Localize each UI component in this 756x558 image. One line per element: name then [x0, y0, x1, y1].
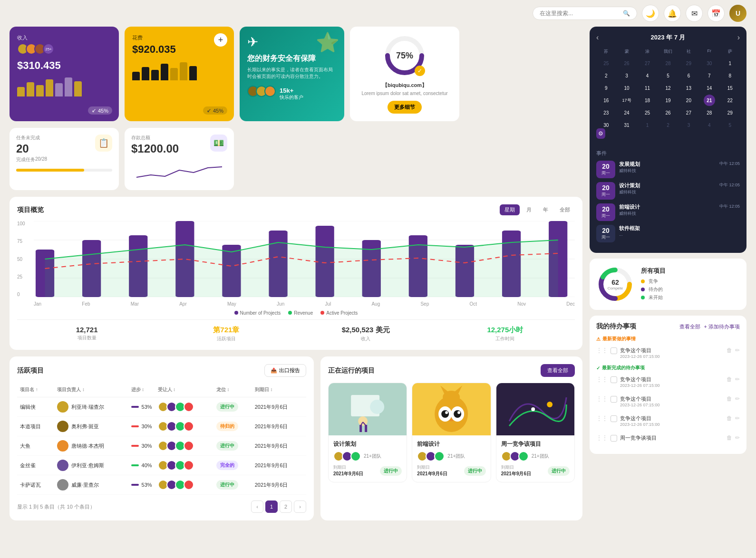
next-page-btn[interactable]: › [294, 500, 306, 513]
cal-day[interactable]: 3 [621, 70, 632, 81]
row-name: 卡萨诺瓦 [17, 475, 54, 495]
todo-delete-4[interactable]: 🗑 [727, 415, 732, 422]
more-detail-btn[interactable]: 更多细节 [388, 101, 422, 114]
cal-day[interactable]: 7 [704, 70, 715, 81]
drag-handle-4[interactable]: ⋮⋮ [596, 415, 608, 422]
cal-day[interactable]: 1 [724, 58, 736, 69]
cal-day[interactable]: 27 [642, 58, 653, 69]
cal-day[interactable]: 24 [621, 107, 632, 118]
todo-delete-1[interactable]: 🗑 [727, 347, 732, 354]
cal-day[interactable]: 1 [642, 119, 653, 131]
cal-day[interactable]: 27 [683, 107, 694, 118]
calendar-icon-btn[interactable]: 📅 [708, 5, 725, 22]
cal-next-btn[interactable]: › [737, 33, 740, 42]
cal-day[interactable]: 16 [601, 95, 612, 106]
all-projects-legend: 竞争 待办的 未开始 [641, 278, 666, 301]
cal-day[interactable]: 15 [724, 82, 736, 94]
cal-day[interactable]: 20 [683, 95, 694, 106]
user-avatar[interactable]: U [729, 5, 746, 22]
cal-day[interactable]: 4 [704, 119, 715, 131]
todo-delete-3[interactable]: 🗑 [727, 395, 732, 402]
cal-day[interactable]: 2 [601, 70, 612, 81]
cal-settings-btn[interactable]: ⚙ [596, 128, 605, 139]
cal-prev-btn[interactable]: ‹ [596, 33, 599, 42]
expenses-amount: $920.035 [132, 43, 226, 56]
drag-handle-3[interactable]: ⋮⋮ [596, 395, 608, 402]
cal-day[interactable]: 14 [704, 82, 715, 94]
drag-handle-1[interactable]: ⋮⋮ [596, 347, 608, 354]
cal-day[interactable]: 13 [683, 82, 694, 94]
cal-day[interactable]: 29 [724, 107, 736, 118]
ebar-4 [161, 64, 168, 80]
cal-day[interactable]: 2 [662, 119, 674, 131]
cal-day[interactable]: 17号 [621, 95, 632, 106]
running-date-2: 到期日 2021年9月6日 进行中 [417, 464, 485, 477]
tab-yearly[interactable]: 年 [538, 204, 553, 215]
export-btn[interactable]: 📤 出口报告 [264, 364, 306, 377]
todo-checkbox-4[interactable] [611, 415, 617, 422]
row-progress: 30% [128, 436, 155, 456]
cal-day[interactable]: 25 [642, 107, 653, 118]
todo-edit-3[interactable]: ✏ [735, 395, 740, 402]
cal-day[interactable]: 5 [724, 119, 736, 131]
calendar-grid: 苏 蒙 涂 我们 社 Fr 萨 25 26 27 28 29 30 1 2 3 … [596, 47, 740, 131]
todo-edit-1[interactable]: ✏ [735, 347, 740, 354]
search-box[interactable]: 🔍 [533, 7, 637, 20]
cal-day[interactable]: 19 [662, 95, 674, 106]
search-input[interactable] [540, 10, 619, 17]
page-1-btn[interactable]: 1 [265, 500, 278, 513]
bell-icon-btn[interactable]: 🔔 [664, 5, 681, 22]
add-todo-btn[interactable]: + 添加待办事项 [704, 323, 740, 330]
todo-delete-5[interactable]: 🗑 [727, 434, 732, 441]
todo-checkbox-1[interactable] [611, 347, 617, 354]
cal-day-today[interactable]: 21 [704, 95, 715, 106]
finance-card: ✈ ⭐ 您的财务安全有保障 长期以来的事实是，读者在查看页面布局时会被页面的可读… [240, 27, 344, 121]
todo-edit-5[interactable]: ✏ [735, 434, 740, 441]
expenses-add-btn[interactable]: + [214, 33, 227, 47]
cal-day[interactable]: 3 [683, 119, 694, 131]
cal-day[interactable]: 8 [724, 70, 736, 81]
tab-monthly[interactable]: 月 [522, 204, 536, 215]
tasks-done: 完成任务 20/28 [16, 156, 47, 163]
cal-day[interactable]: 26 [662, 107, 674, 118]
cal-day[interactable]: 22 [724, 95, 736, 106]
cal-day[interactable]: 4 [642, 70, 653, 81]
todo-delete-2[interactable]: 🗑 [727, 376, 732, 383]
cal-day[interactable]: 28 [662, 58, 674, 69]
cal-day[interactable]: 29 [683, 58, 694, 69]
todo-edit-2[interactable]: ✏ [735, 376, 740, 383]
view-all-todo-btn[interactable]: 查看全部 [679, 323, 700, 330]
cal-day[interactable]: 28 [704, 107, 715, 118]
mail-icon-btn[interactable]: ✉ [686, 5, 703, 22]
cal-day[interactable]: 11 [642, 82, 653, 94]
todo-checkbox-3[interactable] [611, 396, 617, 403]
cal-day[interactable]: 25 [601, 58, 612, 69]
cal-day[interactable]: 31 [621, 119, 632, 131]
cal-day[interactable]: 5 [662, 70, 674, 81]
todo-section: 我的待办事项 查看全部 + 添加待办事项 ⚠ 最新要做的事情 ⋮⋮ 竞争这个项目… [590, 316, 746, 454]
running-view-all-btn[interactable]: 查看全部 [541, 364, 575, 377]
drag-handle-2[interactable]: ⋮⋮ [596, 376, 608, 383]
moon-icon-btn[interactable]: 🌙 [642, 5, 659, 22]
drag-handle-5[interactable]: ⋮⋮ [596, 434, 608, 441]
cal-day[interactable]: 30 [704, 58, 715, 69]
stat-active-label: 活跃项目 [156, 336, 296, 342]
cal-day[interactable]: 18 [642, 95, 653, 106]
todo-edit-4[interactable]: ✏ [735, 415, 740, 422]
cal-day[interactable]: 12 [662, 82, 674, 94]
prev-page-btn[interactable]: ‹ [251, 500, 263, 513]
tab-all[interactable]: 全部 [555, 204, 575, 215]
cal-day[interactable]: 6 [683, 70, 694, 81]
left-column: 收入 25+ $310.435 ↙ [10, 27, 590, 527]
tab-weekly[interactable]: 星期 [500, 204, 520, 215]
todo-checkbox-5[interactable] [611, 435, 617, 442]
cal-day[interactable]: 10 [621, 82, 632, 94]
cal-day[interactable]: 23 [601, 107, 612, 118]
legend-pending: 待办的 [641, 286, 666, 293]
todo-item-actions-1: 🗑 ✏ [727, 347, 740, 354]
todo-checkbox-2[interactable] [611, 376, 617, 383]
cal-day[interactable]: 26 [621, 58, 632, 69]
revenue-avatars: 25+ [17, 43, 111, 55]
cal-day[interactable]: 9 [601, 82, 612, 94]
page-2-btn[interactable]: 2 [280, 500, 292, 513]
